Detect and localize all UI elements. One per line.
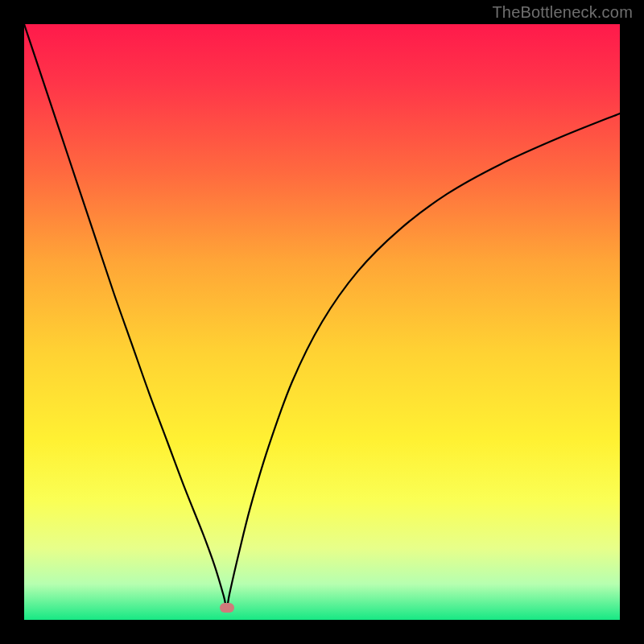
watermark-label: TheBottleneck.com [492,3,633,22]
outer-frame: TheBottleneck.com [0,0,644,644]
bottleneck-chart [24,24,620,620]
optimum-marker [220,603,234,613]
